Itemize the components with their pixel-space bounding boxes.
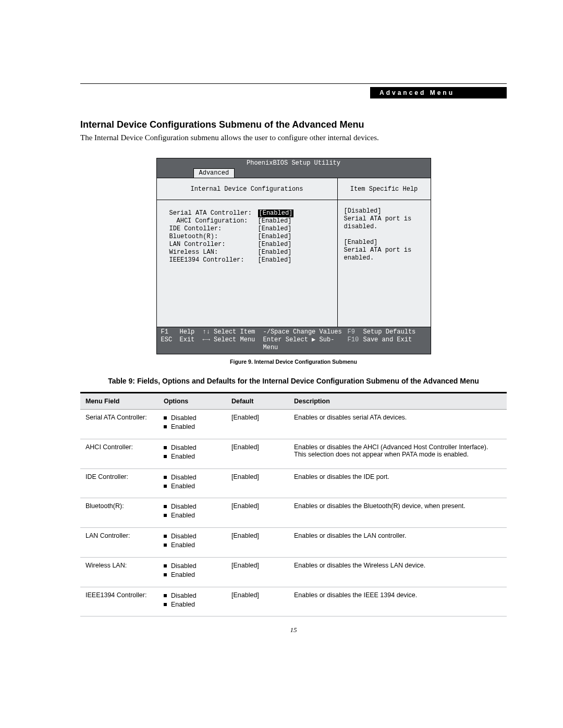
bios-setting-label: LAN Controller: xyxy=(169,241,258,249)
option-item: Disabled xyxy=(164,532,221,541)
bios-select-item: ↑↓ Select Item xyxy=(203,328,263,336)
cell-default: [Enabled] xyxy=(226,587,289,616)
bios-select-menu: ←→ Select Menu xyxy=(203,336,263,352)
cell-menu-field: LAN Controller: xyxy=(80,528,158,558)
cell-options: DisabledEnabled xyxy=(158,557,226,587)
option-item: Disabled xyxy=(164,473,221,482)
bios-setting-label: Serial ATA Controller: xyxy=(169,209,258,217)
cell-options: DisabledEnabled xyxy=(158,498,226,528)
cell-default: [Enabled] xyxy=(226,439,289,468)
bios-label-help: Help xyxy=(180,328,203,336)
option-item: Disabled xyxy=(164,562,221,571)
option-item: Enabled xyxy=(164,452,221,461)
bios-setting-row: Bluetooth(R):[Enabled] xyxy=(169,233,329,241)
cell-options: DisabledEnabled xyxy=(158,468,226,498)
cell-description: Enables or disables serial ATA devices. xyxy=(289,410,507,439)
bios-setting-label: AHCI Configuration: xyxy=(169,217,258,225)
section-title: Internal Device Configurations Submenu o… xyxy=(80,119,507,130)
th-options: Options xyxy=(158,393,226,410)
cell-description: Enables or disables the IDE port. xyxy=(289,468,507,498)
table-row: Serial ATA Controller:DisabledEnabled[En… xyxy=(80,410,507,439)
figure-caption: Figure 9. Internal Device Configuration … xyxy=(80,359,507,365)
option-item: Disabled xyxy=(164,443,221,452)
bios-key-f1: F1 xyxy=(161,328,180,336)
header-chip: Advanced Menu xyxy=(370,87,507,98)
bios-key-esc: ESC xyxy=(161,336,180,352)
bios-setting-value: [Enabled] xyxy=(258,241,292,249)
cell-description: Enables or disables the AHCI (Advanced H… xyxy=(289,439,507,468)
bios-setting-value: [Enabled] xyxy=(258,249,292,256)
cell-description: Enables or disables the Wireless LAN dev… xyxy=(289,557,507,587)
bios-key-f10: F10 xyxy=(348,336,363,352)
option-item: Enabled xyxy=(164,600,221,609)
bios-setting-row: IEEE1394 Controller:[Enabled] xyxy=(169,256,329,264)
bios-setting-value: [Enabled] xyxy=(258,233,292,241)
bios-label-exit: Exit xyxy=(180,336,203,352)
option-item: Disabled xyxy=(164,591,221,600)
bios-setting-row: LAN Controller:[Enabled] xyxy=(169,241,329,249)
cell-default: [Enabled] xyxy=(226,528,289,558)
cell-menu-field: IEEE1394 Controller: xyxy=(80,587,158,616)
cell-menu-field: IDE Controller: xyxy=(80,468,158,498)
table-row: AHCI Controller:DisabledEnabled[Enabled]… xyxy=(80,439,507,468)
cell-description: Enables or disables the Bluetooth(R) dev… xyxy=(289,498,507,528)
bios-setting-row: AHCI Configuration:[Enabled] xyxy=(169,217,329,225)
bios-setting-value: [Enabled] xyxy=(258,256,292,264)
table-title: Table 9: Fields, Options and Defaults fo… xyxy=(80,376,507,386)
cell-options: DisabledEnabled xyxy=(158,528,226,558)
table-row: IDE Controller:DisabledEnabled[Enabled]E… xyxy=(80,468,507,498)
cell-options: DisabledEnabled xyxy=(158,439,226,468)
option-item: Enabled xyxy=(164,541,221,550)
bios-screenshot: PhoenixBIOS Setup Utility Advanced Inter… xyxy=(156,158,431,354)
bios-key-f9: F9 xyxy=(348,328,363,336)
option-item: Disabled xyxy=(164,414,221,423)
cell-menu-field: Bluetooth(R): xyxy=(80,498,158,528)
bios-setting-label: Wireless LAN: xyxy=(169,249,258,256)
cell-default: [Enabled] xyxy=(226,468,289,498)
option-item: Enabled xyxy=(164,423,221,431)
bios-setting-row: Serial ATA Controller:[Enabled] xyxy=(169,209,329,217)
option-item: Enabled xyxy=(164,571,221,579)
bios-footer: F1 Help ↑↓ Select Item -/Space Change Va… xyxy=(157,327,431,354)
bios-setup-defaults: Setup Defaults xyxy=(363,328,416,336)
bios-tab-advanced: Advanced xyxy=(193,168,235,178)
cell-description: Enables or disables the IEEE 1394 device… xyxy=(289,587,507,616)
cell-description: Enables or disables the LAN controller. xyxy=(289,528,507,558)
cell-default: [Enabled] xyxy=(226,410,289,439)
bios-right-title: Item Specific Help xyxy=(338,178,431,200)
bios-utility-title: PhoenixBIOS Setup Utility xyxy=(157,158,431,168)
th-description: Description xyxy=(289,393,507,410)
bios-setting-label: IEEE1394 Controller: xyxy=(169,256,258,264)
bios-help-text: [Disabled] Serial ATA port is disabled. … xyxy=(338,200,431,278)
option-item: Enabled xyxy=(164,482,221,491)
th-menu-field: Menu Field xyxy=(80,393,158,410)
cell-default: [Enabled] xyxy=(226,557,289,587)
intro-text: The Internal Device Configuration submen… xyxy=(80,133,507,142)
bios-setting-label: Bluetooth(R): xyxy=(169,233,258,241)
bios-change-values: -/Space Change Values xyxy=(263,328,348,336)
th-default: Default xyxy=(226,393,289,410)
bios-select-submenu: Enter Select ▶ Sub-Menu xyxy=(263,336,348,352)
table-row: LAN Controller:DisabledEnabled[Enabled]E… xyxy=(80,528,507,558)
bios-left-title: Internal Device Configurations xyxy=(157,178,337,200)
option-item: Enabled xyxy=(164,511,221,520)
bios-setting-row: IDE Contoller:[Enabled] xyxy=(169,225,329,233)
table-row: IEEE1394 Controller:DisabledEnabled[Enab… xyxy=(80,587,507,616)
bios-setting-value: [Enabled] xyxy=(258,217,292,225)
bios-setting-value: [Enabled] xyxy=(258,225,292,233)
bios-setting-row: Wireless LAN:[Enabled] xyxy=(169,249,329,256)
option-item: Disabled xyxy=(164,502,221,511)
top-rule xyxy=(80,83,507,84)
page-number: 15 xyxy=(80,626,507,634)
cell-menu-field: Serial ATA Controller: xyxy=(80,410,158,439)
table-row: Bluetooth(R):DisabledEnabled[Enabled]Ena… xyxy=(80,498,507,528)
table-row: Wireless LAN:DisabledEnabled[Enabled]Ena… xyxy=(80,557,507,587)
cell-menu-field: Wireless LAN: xyxy=(80,557,158,587)
cell-default: [Enabled] xyxy=(226,498,289,528)
cell-options: DisabledEnabled xyxy=(158,410,226,439)
cell-menu-field: AHCI Controller: xyxy=(80,439,158,468)
cell-options: DisabledEnabled xyxy=(158,587,226,616)
bios-save-exit: Save and Exit xyxy=(363,336,412,352)
bios-setting-value: [Enabled] xyxy=(258,209,294,217)
bios-setting-label: IDE Contoller: xyxy=(169,225,258,233)
